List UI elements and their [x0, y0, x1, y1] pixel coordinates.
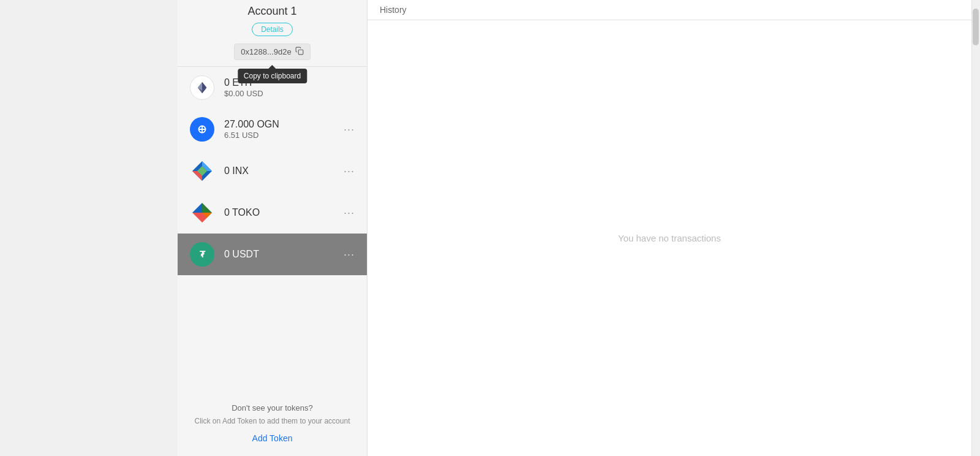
dont-see-text: Don't see your tokens?: [187, 403, 357, 412]
usdt-menu-button[interactable]: ···: [344, 248, 355, 261]
usdt-icon: ₮: [190, 242, 214, 267]
token-item-ogn[interactable]: 27.000 OGN 6.51 USD ···: [178, 108, 367, 150]
click-to-add-text: Click on Add Token to add them to your a…: [187, 416, 357, 427]
scrollbar-thumb[interactable]: [973, 9, 979, 45]
inx-info: 0 INX: [224, 165, 344, 177]
inx-icon: [190, 159, 214, 183]
ogn-usd: 6.51 USD: [224, 131, 344, 140]
history-panel: History You have no transactions: [368, 0, 971, 456]
ogn-icon: [190, 117, 214, 142]
copy-icon[interactable]: [295, 47, 304, 57]
ogn-menu-button[interactable]: ···: [344, 123, 355, 136]
account-header: Account 1 Details: [178, 0, 367, 39]
token-item-usdt[interactable]: ₮ 0 USDT ···: [178, 234, 367, 275]
details-button[interactable]: Details: [252, 23, 293, 36]
copy-tooltip: Copy to clipboard: [238, 69, 307, 83]
usdt-amount: 0 USDT: [224, 249, 344, 260]
ogn-info: 27.000 OGN 6.51 USD: [224, 119, 344, 140]
token-item-toko[interactable]: 0 TOKO ···: [178, 192, 367, 234]
eth-icon: [190, 75, 214, 100]
scrollbar[interactable]: [971, 0, 980, 456]
token-list: 0 ETH $0.00 USD 27.000 OGN 6.51 USD: [178, 67, 367, 391]
toko-amount: 0 TOKO: [224, 207, 344, 218]
inx-amount: 0 INX: [224, 165, 344, 177]
address-badge: 0x1288...9d2e: [234, 44, 310, 60]
address-row: 0x1288...9d2e Copy to clipboard: [178, 44, 367, 60]
inx-menu-button[interactable]: ···: [344, 165, 355, 178]
history-empty-message: You have no transactions: [368, 20, 971, 456]
account-panel: Account 1 Details 0x1288...9d2e Copy to …: [178, 0, 368, 456]
add-token-link[interactable]: Add Token: [252, 433, 293, 443]
add-token-section: Don't see your tokens? Click on Add Toke…: [178, 391, 367, 456]
toko-info: 0 TOKO: [224, 207, 344, 218]
usdt-info: 0 USDT: [224, 249, 344, 260]
token-item-inx[interactable]: 0 INX ···: [178, 150, 367, 192]
account-title: Account 1: [187, 5, 357, 18]
address-text: 0x1288...9d2e: [241, 47, 291, 56]
eth-usd: $0.00 USD: [224, 89, 355, 98]
toko-menu-button[interactable]: ···: [344, 207, 355, 219]
history-tab[interactable]: History: [368, 0, 971, 20]
svg-marker-3: [202, 82, 206, 90]
svg-text:₮: ₮: [200, 249, 206, 259]
svg-rect-0: [298, 50, 303, 55]
ogn-amount: 27.000 OGN: [224, 119, 344, 130]
toko-icon: [190, 200, 214, 225]
